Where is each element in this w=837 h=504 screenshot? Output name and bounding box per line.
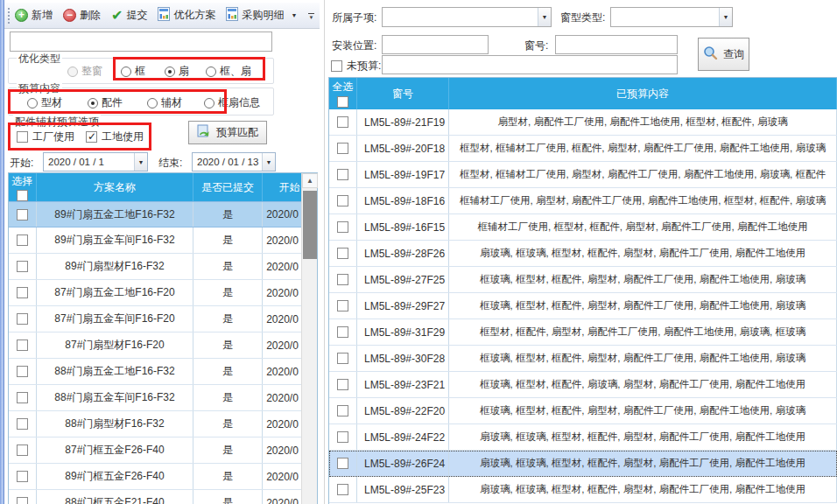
plan-row-checkbox[interactable] [17, 209, 28, 220]
window-row[interactable]: LM5L-89#-24F22 扇玻璃, 框玻璃, 框型材, 框配件, 扇型材, … [329, 424, 837, 451]
submit-button[interactable]: ✔ 提交 [111, 8, 147, 23]
window-row[interactable]: LM5L-89#-31F29 框型材, 框配件, 扇型材, 扇配件工厂使用, 扇… [329, 319, 837, 346]
purchase-detail-button[interactable]: 采购明细 ▼ [226, 7, 297, 24]
window-row-checkbox[interactable] [337, 326, 348, 338]
radio-whole-window[interactable]: 整窗 [67, 64, 102, 79]
scrollbar-thumb[interactable] [303, 191, 317, 259]
plan-row[interactable]: 88#门扇五金工地F16-F32 是 2020/0 [9, 359, 303, 385]
plan-row-checkbox[interactable] [17, 392, 28, 403]
factory-use-checkbox-item[interactable]: 工厂使用 [17, 130, 74, 144]
radio-frame-sash[interactable]: 框、扇 [206, 64, 251, 79]
plan-filter-input[interactable] [10, 32, 272, 52]
window-row-checkbox[interactable] [337, 169, 348, 180]
window-row-checkbox[interactable] [337, 116, 348, 128]
toolbar-overflow-button[interactable]: ▼ [306, 8, 317, 25]
plan-row[interactable]: 87#门扇型材F16-F20 是 2020/0 [9, 332, 303, 359]
scroll-up-icon[interactable]: ▲ [302, 173, 318, 188]
window-row-checkbox[interactable] [337, 405, 348, 416]
select-all-plans-checkbox[interactable] [17, 190, 28, 201]
site-use-checkbox[interactable] [86, 131, 97, 143]
window-row-checkbox[interactable] [337, 484, 348, 495]
window-row-checkbox[interactable] [337, 300, 348, 312]
plan-row-checkbox[interactable] [17, 444, 28, 456]
plan-row[interactable]: 87#门扇五金工地F16-F20 是 2020/0 [9, 280, 303, 306]
add-button[interactable]: + 新增 [15, 8, 53, 23]
submitted-column-header[interactable]: 是否已提交 [193, 173, 263, 201]
window-row[interactable]: LM5L-89#-26F24 扇玻璃, 框玻璃, 框型材, 框配件, 扇型材, … [329, 451, 837, 477]
factory-use-checkbox[interactable] [17, 131, 28, 143]
budgeted-content-column-header[interactable]: 已预算内容 [449, 78, 837, 109]
plan-row-checkbox[interactable] [17, 366, 28, 377]
window-row[interactable]: LM5L-89#-18F16 框辅材工厂使用, 扇型材, 扇配件工厂使用, 扇配… [329, 188, 837, 214]
window-type-select[interactable]: ▼ [610, 7, 733, 27]
query-button[interactable]: 查询 [698, 38, 749, 71]
window-row[interactable]: LM5L-89#-29F27 框玻璃, 框型材, 框配件, 扇型材, 扇配件工厂… [329, 293, 837, 319]
window-row[interactable]: LM5L-89#-25F23 扇玻璃, 框玻璃, 框型材, 框配件, 扇型材, … [329, 477, 837, 503]
toolbar-grip[interactable] [7, 7, 11, 24]
select-all-windows-checkbox[interactable] [337, 96, 348, 108]
plan-row[interactable]: 89#门扇五金工地F16-F32 是 2020/0 [9, 201, 303, 228]
plan-row-checkbox[interactable] [17, 418, 28, 430]
window-row-checkbox[interactable] [337, 274, 348, 285]
radio-sash[interactable]: 扇 [165, 64, 189, 79]
unbudgeted-checkbox[interactable] [331, 60, 342, 72]
window-row-checkbox[interactable] [337, 221, 348, 233]
delete-button[interactable]: − 删除 [63, 8, 101, 23]
unbudgeted-checkbox-item[interactable]: 未预算: [331, 59, 381, 74]
sub-item-select[interactable]: ▼ [382, 7, 552, 27]
window-row[interactable]: LM5L-89#-16F15 框辅材工厂使用, 框型材, 框配件, 扇型材, 扇… [329, 214, 837, 241]
plan-row[interactable]: 89#门扇五金车间F16-F32 是 2020/0 [9, 228, 303, 254]
chevron-down-icon[interactable]: ▼ [719, 8, 732, 26]
window-row[interactable]: LM5L-89#-27F25 框玻璃, 框型材, 框配件, 扇型材, 扇配件工厂… [329, 267, 837, 293]
window-row[interactable]: LM5L-89#-19F17 框型材, 框辅材工厂使用, 扇型材, 扇配件工厂使… [329, 162, 837, 188]
window-row[interactable]: LM5L-89#-21F19 扇型材, 扇配件工厂使用, 扇配件工地使用, 框型… [329, 109, 837, 136]
plan-row[interactable]: 88#门扇五金车间F16-F32 是 2020/0 [9, 385, 303, 411]
window-row[interactable]: LM5L-89#-22F20 框玻璃, 框型材, 框配件, 扇型材, 扇配件工厂… [329, 398, 837, 424]
plan-row-checkbox[interactable] [17, 471, 28, 482]
chevron-down-icon[interactable]: ▼ [134, 153, 147, 171]
chevron-down-icon[interactable]: ▼ [262, 153, 275, 171]
radio-frame[interactable]: 框 [121, 64, 145, 79]
plan-row[interactable]: 88#门框五金F21-F40 是 2020/0 [9, 490, 303, 504]
chevron-down-icon[interactable]: ▼ [291, 12, 297, 18]
plan-row-checkbox[interactable] [17, 340, 28, 351]
plan-row[interactable]: 87#门扇五金车间F16-F20 是 2020/0 [9, 306, 303, 332]
window-no-column-header[interactable]: 窗号 [357, 78, 449, 109]
plan-row-checkbox[interactable] [17, 234, 28, 246]
radio-accessory[interactable]: 配件 [88, 95, 123, 110]
plan-row-checkbox[interactable] [17, 313, 28, 325]
end-date-picker[interactable]: 2020 / 01 / 13 ▼ [192, 152, 276, 172]
plan-row[interactable]: 89#门扇型材F16-F32 是 2020/0 [9, 254, 303, 280]
window-row-checkbox[interactable] [337, 143, 348, 154]
window-row[interactable]: LM5L-89#-28F26 扇玻璃, 框玻璃, 框型材, 框配件, 扇型材, … [329, 241, 837, 267]
plan-row-checkbox[interactable] [17, 287, 28, 298]
budget-match-button[interactable]: 预算匹配 [188, 121, 267, 144]
chevron-down-icon[interactable]: ▼ [538, 8, 551, 26]
plan-row-checkbox[interactable] [17, 261, 28, 272]
window-row[interactable]: LM5L-89#-30F28 框玻璃, 框型材, 框配件, 扇型材, 扇配件工厂… [329, 346, 837, 372]
plan-row[interactable]: 89#门框五金F26-F40 是 2020/0 [9, 464, 303, 490]
plan-table-scrollbar[interactable]: ▲ [301, 173, 317, 504]
radio-frame-sash-info[interactable]: 框扇信息 [204, 95, 260, 110]
window-row-checkbox[interactable] [337, 195, 348, 206]
window-no-input[interactable] [555, 35, 678, 54]
window-row-checkbox[interactable] [337, 431, 348, 443]
site-use-checkbox-item[interactable]: 工地使用 [86, 130, 144, 144]
radio-profile[interactable]: 型材 [27, 95, 62, 110]
window-row[interactable]: LM5L-89#-23F21 框玻璃, 框型材, 框配件, 扇玻璃, 扇型材, … [329, 372, 837, 398]
install-position-input[interactable] [382, 35, 489, 54]
unbudgeted-input[interactable] [382, 55, 678, 74]
plan-name-column-header[interactable]: 方案名称 [37, 173, 193, 201]
panel-splitter[interactable] [320, 0, 328, 504]
window-row[interactable]: LM5L-89#-20F18 框型材, 框辅材工厂使用, 框配件, 扇型材, 扇… [329, 136, 837, 162]
plan-row[interactable]: 88#门扇型材F16-F32 是 2020/0 [9, 411, 303, 438]
window-row-checkbox[interactable] [337, 353, 348, 364]
plan-row-checkbox[interactable] [17, 497, 28, 504]
radio-auxiliary[interactable]: 辅材 [147, 95, 182, 110]
plan-row[interactable]: 87#门框五金F26-F40 是 2020/0 [9, 438, 303, 464]
window-row-checkbox[interactable] [337, 248, 348, 259]
start-date-picker[interactable]: 2020 / 01 / 1 ▼ [43, 152, 148, 172]
window-row-checkbox[interactable] [337, 379, 348, 390]
optimize-plan-button[interactable]: 优化方案 [158, 7, 215, 24]
window-row-checkbox[interactable] [337, 458, 348, 469]
